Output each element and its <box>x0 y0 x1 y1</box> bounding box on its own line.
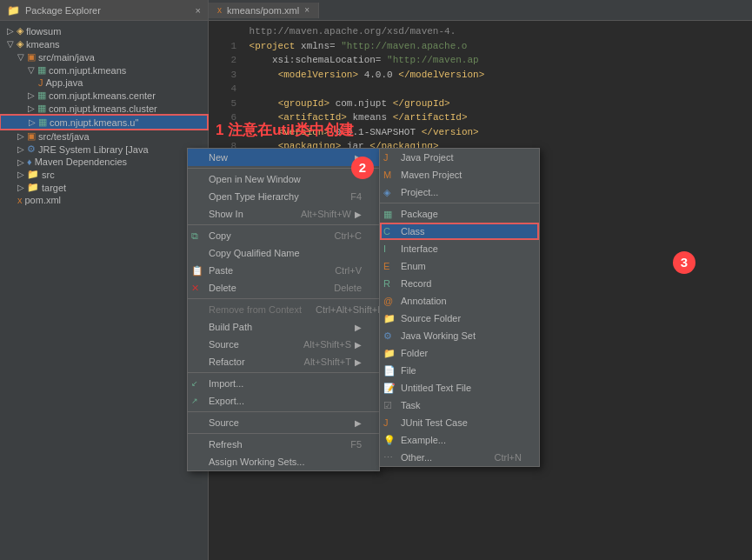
submenu-item-source-folder[interactable]: 📁 Source Folder <box>380 310 539 327</box>
menu-label: Open in New Window <box>209 174 301 184</box>
menu-item-copy[interactable]: ⧉ Copy Ctrl+C <box>188 227 379 244</box>
shortcut-label: Alt+Shift+T <box>304 357 351 367</box>
menu-item-import[interactable]: ↙ Import... <box>188 375 379 392</box>
tree-item-app-java[interactable]: J App.java <box>0 77 208 89</box>
expand-icon: ▽ <box>28 65 35 75</box>
file-icon: 📄 <box>383 365 396 377</box>
menu-label: Refresh <box>209 439 243 450</box>
submenu-item-task[interactable]: ☑ Task <box>380 397 539 414</box>
tree-item-pom-xml[interactable]: x pom.xml <box>0 194 208 206</box>
tree-label: com.njupt.kmeans <box>49 65 126 76</box>
menu-separator <box>380 203 539 203</box>
menu-label: Paste <box>209 265 233 276</box>
submenu-item-record[interactable]: R Record <box>380 275 539 292</box>
menu-label: Export... <box>209 396 244 406</box>
submenu-arrow-icon: ▶ <box>355 323 362 332</box>
tree-item-package-kmeans[interactable]: ▽ ▦ com.njupt.kmeans <box>0 63 208 77</box>
task-icon: ☑ <box>383 400 392 411</box>
submenu-item-maven-project[interactable]: M Maven Project <box>380 166 539 183</box>
line-number: 2 <box>216 53 236 68</box>
submenu-item-class[interactable]: C Class <box>380 223 539 240</box>
code-line: 4 <box>216 82 745 97</box>
tree-item-package-center[interactable]: ▷ ▦ com.njupt.kmeans.center <box>0 89 208 102</box>
tree-item-jre[interactable]: ▷ ⚙ JRE System Library [Java <box>0 143 208 156</box>
menu-label: Project... <box>401 187 438 197</box>
shortcut-label: Ctrl+C <box>335 230 362 241</box>
expand-icon: ▷ <box>28 90 35 100</box>
tree-item-kmeans[interactable]: ▽ ◈ kmeans <box>0 37 208 50</box>
package-icon: ▦ <box>37 90 46 101</box>
menu-label: Task <box>401 400 421 410</box>
expand-icon: ▽ <box>7 39 14 49</box>
submenu-item-enum[interactable]: E Enum <box>380 257 539 275</box>
menu-item-new[interactable]: New ▶ <box>188 149 379 166</box>
tree-item-src[interactable]: ▷ 📁 src <box>0 168 208 181</box>
xml-icon: x <box>17 195 23 205</box>
menu-label: Assign Working Sets... <box>209 457 304 467</box>
menu-item-remove-context: Remove from Context Ctrl+Alt+Shift+Down <box>188 301 379 318</box>
menu-label: Remove from Context <box>209 304 302 315</box>
maven-icon: ♦ <box>27 157 32 167</box>
delete-icon: ✕ <box>191 283 199 294</box>
menu-separator <box>188 433 379 434</box>
tree-item-package-util[interactable]: ▷ ▦ com.njupt.kmeans.u" <box>0 115 208 130</box>
submenu-item-folder[interactable]: 📁 Folder <box>380 344 539 362</box>
folder-icon: 📁 <box>383 348 396 359</box>
menu-label: Delete <box>209 283 236 293</box>
menu-item-show-in[interactable]: Show In Alt+Shift+W ▶ <box>188 205 379 223</box>
submenu-item-java-project[interactable]: J Java Project <box>380 149 539 166</box>
tree-item-maven-deps[interactable]: ▷ ♦ Maven Dependencies <box>0 156 208 168</box>
menu-item-open-new-window[interactable]: Open in New Window <box>188 170 379 188</box>
menu-item-source2[interactable]: Source ▶ <box>188 414 379 431</box>
code-line: 1 <project xmlns= "http://maven.apache.o <box>216 39 745 54</box>
tree-label: JRE System Library [Java <box>38 144 149 155</box>
submenu-item-project[interactable]: ◈ Project... <box>380 183 539 201</box>
submenu-item-package[interactable]: ▦ Package <box>380 205 539 223</box>
menu-item-open-type-hierarchy[interactable]: Open Type Hierarchy F4 <box>188 188 379 205</box>
menu-item-delete[interactable]: ✕ Delete Delete <box>188 279 379 297</box>
submenu-item-example[interactable]: 💡 Example... <box>380 431 539 449</box>
menu-item-assign-working[interactable]: Assign Working Sets... <box>188 453 379 470</box>
java-icon: J <box>38 77 43 88</box>
code-line: 5 <groupId> com.njupt </groupId> <box>216 97 745 111</box>
menu-label: Copy <box>209 230 231 241</box>
tree-label: target <box>42 183 66 193</box>
text-file-icon: 📝 <box>383 383 396 394</box>
submenu-item-interface[interactable]: I Interface <box>380 240 539 257</box>
expand-icon: ▽ <box>17 52 24 62</box>
menu-label: Annotation <box>401 296 447 306</box>
menu-item-copy-qualified[interactable]: Copy Qualified Name <box>188 244 379 262</box>
submenu-item-file[interactable]: 📄 File <box>380 362 539 379</box>
submenu-item-untitled-text[interactable]: 📝 Untitled Text File <box>380 379 539 397</box>
tree-item-src-main[interactable]: ▽ ▣ src/main/java <box>0 50 208 63</box>
tree-label: App.java <box>46 77 83 88</box>
menu-item-build-path[interactable]: Build Path ▶ <box>188 318 379 336</box>
tree-label: com.njupt.kmeans.center <box>49 90 156 101</box>
project-icon: ◈ <box>17 38 23 50</box>
submenu-item-java-working-set[interactable]: ⚙ Java Working Set <box>380 327 539 344</box>
close-icon[interactable]: × <box>196 5 201 16</box>
submenu-item-junit[interactable]: J JUnit Test Case <box>380 414 539 431</box>
tree-item-src-test[interactable]: ▷ ▣ src/test/java <box>0 130 208 143</box>
tree-item-target[interactable]: ▷ 📁 target <box>0 181 208 194</box>
submenu-item-other[interactable]: ⋯ Other... Ctrl+N <box>380 449 539 466</box>
tree-item-package-cluster[interactable]: ▷ ▦ com.njupt.kmeans.cluster <box>0 102 208 115</box>
menu-item-source[interactable]: Source Alt+Shift+S ▶ <box>188 336 379 353</box>
shortcut-label: Alt+Shift+S <box>303 339 351 350</box>
tree-label: kmeans <box>26 39 60 50</box>
menu-item-refactor[interactable]: Refactor Alt+Shift+T ▶ <box>188 353 379 370</box>
submenu-item-annotation[interactable]: @ Annotation <box>380 292 539 310</box>
export-icon: ↗ <box>191 397 198 405</box>
tab-close-icon[interactable]: × <box>304 5 309 15</box>
xml-tab-icon: x <box>217 5 222 15</box>
folder-icon: ▣ <box>27 51 36 63</box>
menu-item-paste[interactable]: 📋 Paste Ctrl+V <box>188 262 379 279</box>
tree-item-flowsum[interactable]: ▷ ◈ flowsum <box>0 24 208 37</box>
expand-icon: ▷ <box>29 117 36 127</box>
menu-item-refresh[interactable]: Refresh F5 <box>188 436 379 453</box>
menu-separator <box>188 224 379 225</box>
enum-icon: E <box>383 261 389 271</box>
editor-tab-pom-xml[interactable]: x kmeans/pom.xml × <box>209 3 319 18</box>
example-icon: 💡 <box>383 435 396 446</box>
menu-item-export[interactable]: ↗ Export... <box>188 392 379 410</box>
